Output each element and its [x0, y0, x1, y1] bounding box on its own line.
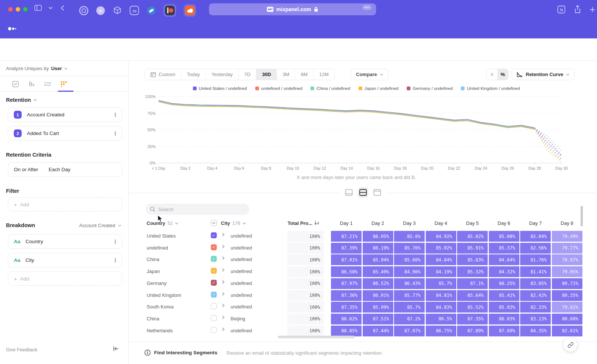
retention-value-cell[interactable]: 82.61%	[552, 326, 582, 336]
format-percent-toggle[interactable]: %	[497, 69, 508, 80]
retention-value-cell[interactable]: 87.89%	[457, 326, 488, 336]
retention-value-cell[interactable]: 85.66%	[394, 254, 425, 265]
retention-value-cell[interactable]: 83.05%	[520, 278, 551, 289]
retention-value-cell[interactable]: 87.36%	[331, 290, 362, 301]
cube-icon[interactable]	[113, 6, 122, 15]
criteria-card[interactable]: On or After Each Day	[8, 162, 122, 177]
retention-value-cell[interactable]: 84.96%	[394, 266, 425, 277]
retention-value-cell[interactable]: 85.6%	[394, 231, 425, 242]
retention-value-cell[interactable]: 87.1%	[457, 278, 488, 289]
retention-value-cell[interactable]: 84.92%	[426, 231, 456, 242]
expand-row-icon[interactable]	[222, 292, 225, 296]
expand-row-icon[interactable]	[222, 316, 225, 319]
retention-value-cell[interactable]: 85.41%	[489, 290, 519, 301]
range-today[interactable]: Today	[181, 69, 206, 80]
retention-value-cell[interactable]: 84.32%	[489, 266, 519, 277]
range-3m[interactable]: 3M	[277, 69, 295, 80]
page-actions-icon[interactable]: ⋯	[362, 5, 372, 10]
retention-value-cell[interactable]: 84.84%	[426, 254, 456, 265]
active-tab-icon[interactable]	[163, 4, 176, 17]
day-column-header[interactable]: Day 1	[331, 220, 362, 226]
table-search-input[interactable]	[158, 207, 237, 212]
total-column-header[interactable]: Total Pro...	[274, 220, 319, 226]
tabs-chevron-icon[interactable]	[49, 7, 53, 9]
tab-retention[interactable]	[60, 81, 67, 87]
table-row[interactable]: Germany✓undefined100%87.97%86.52%86.43%8…	[142, 278, 582, 289]
zoom-window-button[interactable]	[23, 7, 28, 12]
select-all-checkbox[interactable]	[211, 220, 217, 226]
retention-value-cell[interactable]: 85.82%	[457, 231, 488, 242]
globe-icon[interactable]	[147, 6, 156, 15]
criteria-each-day[interactable]: Each Day	[49, 167, 71, 172]
chart-type-button[interactable]: Retention Curve	[512, 69, 575, 80]
day-column-header[interactable]: Day 2	[363, 220, 393, 226]
minimize-window-button[interactable]	[16, 7, 20, 12]
day-column-header[interactable]: Day 4	[426, 220, 456, 226]
criteria-on-or-after[interactable]: On or After	[14, 167, 38, 172]
row-checkbox[interactable]	[211, 303, 217, 309]
retention-step-card[interactable]: 2Added To Cart•••	[8, 126, 122, 141]
retention-value-cell[interactable]: 85.03%	[489, 302, 519, 313]
retention-value-cell[interactable]: 85.37%	[489, 243, 519, 254]
retention-value-cell[interactable]: 79.49%	[552, 231, 582, 242]
kebab-menu-icon[interactable]: •••	[113, 258, 118, 263]
retention-value-cell[interactable]: 79.62%	[552, 302, 582, 313]
retention-value-cell[interactable]: 85.08%	[489, 231, 519, 242]
find-segments-link[interactable]: Find Interesting Segments	[154, 350, 218, 355]
layout-chart-only-icon[interactable]	[344, 187, 354, 198]
range-6m[interactable]: 6M	[295, 69, 313, 80]
table-row[interactable]: ChinaBeijing100%88.62%87.51%87.2%86.5%87…	[142, 313, 582, 325]
legend-item[interactable]: United States / undefined	[193, 86, 247, 91]
compare-button[interactable]: Compare	[351, 69, 388, 80]
row-checkbox[interactable]: ✓	[211, 292, 217, 298]
retention-value-cell[interactable]: 85.64%	[457, 290, 488, 301]
day-column-header[interactable]: Day 5	[457, 220, 488, 226]
share-link-button[interactable]	[563, 338, 577, 352]
legend-item[interactable]: Germany / undefined	[407, 86, 453, 91]
address-bar[interactable]: mixpanel.com ⋯	[209, 3, 376, 15]
legend-item[interactable]: Japan / undefined	[359, 86, 398, 91]
range-12m[interactable]: 12M	[313, 69, 334, 80]
table-row[interactable]: Netherlandsundefined100%88.85%87.44%87.0…	[142, 325, 582, 337]
retention-value-cell[interactable]: 87.35%	[331, 302, 362, 313]
retention-value-cell[interactable]: 85.91%	[457, 243, 488, 254]
retention-value-cell[interactable]: 86.03%	[489, 314, 519, 324]
expand-row-icon[interactable]	[222, 304, 225, 307]
retention-value-cell[interactable]: 80.71%	[552, 278, 582, 289]
collapse-sidebar-icon[interactable]	[113, 346, 119, 351]
retention-value-cell[interactable]: 85.83%	[457, 254, 488, 265]
retention-value-cell[interactable]: 87.21%	[331, 231, 362, 242]
tab-insights[interactable]	[12, 81, 19, 87]
retention-value-cell[interactable]: 87.01%	[331, 254, 362, 265]
retention-value-cell[interactable]: 86.05%	[363, 231, 393, 242]
retention-value-cell[interactable]: 88.85%	[331, 326, 362, 336]
breakdown-scope-control[interactable]: Account Created	[79, 223, 121, 228]
row-checkbox[interactable]: ✓	[211, 280, 217, 286]
table-row[interactable]: South Koreaundefined100%87.35%85.99%85.7…	[142, 301, 582, 313]
breakdown-add-button[interactable]: + Add	[8, 272, 122, 286]
legend-item[interactable]: undefined / undefined	[255, 86, 303, 91]
retention-value-cell[interactable]: 84.83%	[426, 302, 456, 313]
retention-value-cell[interactable]: 86.19%	[363, 243, 393, 254]
table-search[interactable]	[146, 204, 249, 215]
tab-funnels[interactable]	[28, 81, 35, 87]
retention-value-cell[interactable]: 86.75%	[426, 326, 456, 336]
retention-value-cell[interactable]: 87.39%	[331, 243, 362, 254]
format-absolute-toggle[interactable]: #	[487, 69, 497, 80]
day-column-header[interactable]: Day 8	[552, 220, 582, 226]
retention-value-cell[interactable]: 83.13%	[520, 314, 551, 324]
range-30d[interactable]: 30D	[256, 69, 277, 80]
sidebar-icon[interactable]	[34, 5, 42, 11]
retention-value-cell[interactable]: 82.56%	[520, 243, 551, 254]
retention-value-cell[interactable]: 84.64%	[489, 254, 519, 265]
row-checkbox[interactable]	[211, 315, 217, 321]
retention-value-cell[interactable]: 87.51%	[363, 314, 393, 324]
vertical-scrollbar[interactable]	[581, 206, 583, 226]
kebab-menu-icon[interactable]: •••	[113, 239, 118, 244]
retention-value-cell[interactable]: 81.41%	[520, 266, 551, 277]
expand-row-icon[interactable]	[222, 256, 225, 260]
retention-value-cell[interactable]: 82.42%	[520, 290, 551, 301]
range-yesterday[interactable]: Yesterday	[206, 69, 239, 80]
range-7d[interactable]: 7D	[239, 69, 257, 80]
horizontal-scrollbar[interactable]	[278, 336, 354, 338]
